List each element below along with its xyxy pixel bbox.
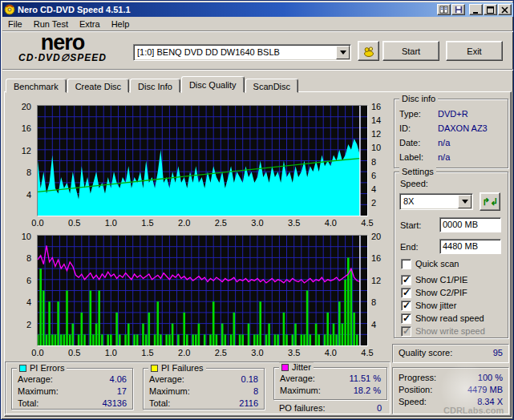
axis-tick-label: 2 xyxy=(371,197,376,207)
progress-panel: Progress:100 % Position:4479 MB Speed:8.… xyxy=(392,367,509,414)
axis-tick-label: 0.5 xyxy=(68,218,80,228)
show-read-speed-checkbox-icon xyxy=(401,313,411,324)
refresh-speed-button[interactable]: ↱↲ xyxy=(480,192,500,211)
drive-select[interactable]: [1:0] BENQ DVD DD DW1640 BSLB xyxy=(133,44,351,61)
tab-disc-info[interactable]: Disc Info xyxy=(130,79,180,93)
drive-select-arrow[interactable] xyxy=(336,46,350,59)
pi-failures-title: PI Failures xyxy=(161,363,204,373)
pie-average-value: 4.06 xyxy=(110,374,127,386)
axis-tick-label: 6 xyxy=(371,170,376,180)
axis-tick-label: 2.5 xyxy=(215,218,227,228)
axis-tick-label: 3.0 xyxy=(251,348,263,357)
axis-tick-label: 4 xyxy=(26,297,31,307)
tab-benchmark[interactable]: Benchmark xyxy=(6,79,67,93)
axis-tick-label: 14 xyxy=(371,115,381,125)
start-position-label: Start: xyxy=(400,220,421,230)
menu-extra[interactable]: Extra xyxy=(74,18,106,30)
nero-logo-text: nero xyxy=(10,32,115,53)
maximize-button[interactable] xyxy=(484,4,497,15)
axis-tick-label: 12 xyxy=(371,129,381,139)
chevron-down-icon xyxy=(340,50,346,55)
speed-label: Speed: xyxy=(400,179,428,188)
axis-tick-label: 20 xyxy=(22,102,31,111)
save-button[interactable] xyxy=(451,4,465,15)
po-failures-label: PO failures: xyxy=(279,402,325,414)
disc-info-title: Disc info xyxy=(399,94,438,103)
menu-file[interactable]: File xyxy=(2,18,28,30)
position-label: Position: xyxy=(399,384,432,396)
pi-failures-swatch-icon xyxy=(151,365,158,372)
checkbox-show-read-speed[interactable]: Show read speed xyxy=(401,313,484,324)
pi-errors-title: PI Errors xyxy=(30,363,64,373)
axis-tick-label: 8 xyxy=(26,168,31,177)
utility-button[interactable] xyxy=(358,41,379,61)
minimize-icon xyxy=(472,6,480,14)
start-position-field[interactable]: 0000 MB xyxy=(439,217,501,232)
settings-group: Settings Speed: 8X ↱↲ Start: 0000 MB End… xyxy=(394,172,508,338)
start-button[interactable]: Start xyxy=(382,41,439,61)
tab-scandisc[interactable]: ScanDisc xyxy=(245,79,298,93)
exit-button-label: Exit xyxy=(467,46,481,56)
speed-select[interactable]: 8X xyxy=(399,193,473,210)
axis-tick-label: 20 xyxy=(371,232,381,241)
disc-date-label: Date: xyxy=(399,135,438,150)
toolbar: nero CD·DVD∅SPEED [1:0] BENQ DVD DD DW16… xyxy=(2,32,513,70)
pi-errors-group: PI Errors Average:4.06 Maximum:17 Total:… xyxy=(11,368,133,410)
end-position-label: End: xyxy=(400,242,419,252)
axis-tick-label: 1.5 xyxy=(141,348,153,357)
pif-maximum-value: 8 xyxy=(253,386,258,398)
axis-tick-label: 2.0 xyxy=(178,218,190,228)
app-window: Nero CD-DVD Speed 4.51.1 xyxy=(0,0,514,420)
cddvd-speed-logo-text: CD·DVD∅SPEED xyxy=(10,53,115,63)
tab-strip: Benchmark Create Disc Disc Info Disc Qua… xyxy=(6,76,299,92)
pif-plot xyxy=(37,235,368,346)
end-position-field[interactable]: 4480 MB xyxy=(439,239,501,254)
checkbox-show-c1-pie[interactable]: Show C1/PIE xyxy=(401,274,467,285)
axis-tick-label: 3.5 xyxy=(288,348,300,357)
maximize-icon xyxy=(487,6,494,14)
axis-tick-label: 0.0 xyxy=(31,348,43,357)
disc-label-label: Label: xyxy=(399,150,438,164)
checkbox-show-c2-pif[interactable]: Show C2/PIF xyxy=(401,287,467,298)
settings-title: Settings xyxy=(399,167,436,176)
minimize-button[interactable] xyxy=(469,4,483,15)
po-failures-value: 0 xyxy=(377,402,382,414)
statistics-panel: PI Errors Average:4.06 Maximum:17 Total:… xyxy=(5,361,391,414)
close-button[interactable] xyxy=(498,4,512,15)
axis-tick-label: 8 xyxy=(371,297,376,307)
axis-tick-label: 1.0 xyxy=(105,348,117,357)
axis-tick-label: 16 xyxy=(371,102,381,111)
menu-help[interactable]: Help xyxy=(106,18,136,30)
jitter-average-label: Average: xyxy=(280,373,315,385)
hand-tool-icon xyxy=(362,45,375,58)
jitter-maximum-label: Maximum: xyxy=(280,385,321,397)
checkbox-show-jitter[interactable]: Show jitter xyxy=(401,300,456,311)
refresh-icon: ↱↲ xyxy=(482,196,498,208)
show-c2-pif-checkbox-icon xyxy=(401,288,411,298)
pi-errors-plot xyxy=(37,105,368,216)
pif-average-label: Average: xyxy=(149,374,184,386)
axis-tick-label: 0.0 xyxy=(31,218,43,228)
tab-disc-quality[interactable]: Disc Quality xyxy=(181,76,245,93)
disc-id-value: DAXON AZ3 xyxy=(438,121,488,135)
report-button[interactable] xyxy=(437,4,451,15)
pi-failures-group: PI Failures Average:0.18 Maximum:8 Total… xyxy=(143,368,265,410)
tab-create-disc[interactable]: Create Disc xyxy=(67,79,129,93)
pie-maximum-value: 17 xyxy=(117,386,127,398)
show-c2-pif-label: Show C2/PIF xyxy=(415,288,467,297)
progress-value: 100 % xyxy=(478,372,503,384)
show-jitter-label: Show jitter xyxy=(415,301,456,310)
checkbox-quick-scan[interactable]: Quick scan xyxy=(401,258,459,269)
menu-run-test[interactable]: Run Test xyxy=(28,18,74,30)
axis-tick-label: 4.5 xyxy=(361,348,373,357)
pi-errors-right-axis: 161412108642 xyxy=(369,106,396,216)
jitter-maximum-value: 18.2 % xyxy=(354,385,381,397)
show-write-speed-label: Show write speed xyxy=(415,326,485,336)
pif-average-value: 0.18 xyxy=(241,374,258,386)
exit-button[interactable]: Exit xyxy=(446,41,503,61)
speed-select-arrow[interactable] xyxy=(458,195,472,208)
pif-x-axis: 0.00.51.01.52.02.53.03.54.04.5 xyxy=(38,348,367,358)
quality-score-panel: Quality score: 95 xyxy=(392,344,509,363)
start-button-label: Start xyxy=(402,46,420,56)
axis-tick-label: 3.0 xyxy=(251,218,263,228)
